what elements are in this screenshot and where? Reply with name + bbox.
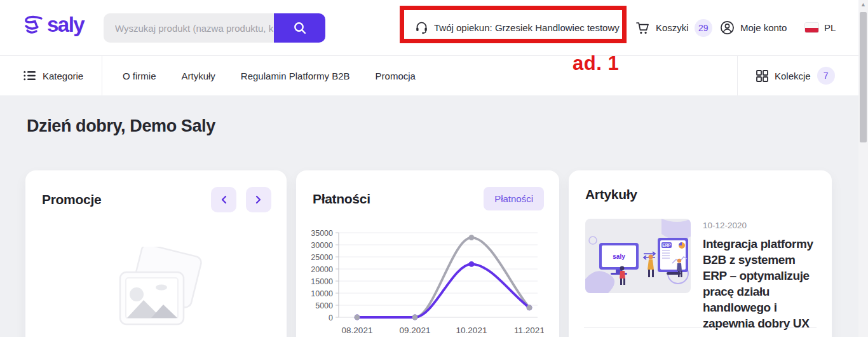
x-tick-label: 08.2021 bbox=[342, 326, 373, 335]
article-thumbnail[interactable]: saly ERP bbox=[585, 219, 691, 293]
y-tick-label: 10000 bbox=[311, 289, 333, 298]
carts-button[interactable]: Koszyki 29 bbox=[635, 0, 712, 55]
collections-label: Kolekcje bbox=[775, 71, 811, 81]
main-navigation: Kategorie O firmie Artykuły Regulamin Pl… bbox=[0, 56, 868, 96]
svg-text:saly: saly bbox=[613, 253, 625, 260]
dashboard-cards: Promocje bbox=[25, 170, 832, 337]
y-tick-label: 35000 bbox=[311, 229, 333, 238]
header: saly Twój opiekun: Grzesiek Handlowiec t… bbox=[0, 0, 868, 56]
categories-label: Kategorie bbox=[43, 71, 83, 81]
x-tick-label: 11.2021 bbox=[514, 326, 544, 335]
nav-divider bbox=[737, 56, 738, 95]
y-tick-label: 15000 bbox=[311, 277, 333, 286]
y-tick-label: 5000 bbox=[315, 301, 333, 310]
collections-count-badge: 7 bbox=[817, 67, 835, 85]
my-account-button[interactable]: Moje konto bbox=[720, 0, 787, 55]
payments-card: Płatności Płatności 05000100001500020000… bbox=[296, 170, 559, 337]
payments-title: Płatności bbox=[313, 191, 370, 207]
language-selector[interactable]: PL bbox=[804, 0, 836, 55]
nav-link-regulamin[interactable]: Regulamin Platformy B2B bbox=[241, 71, 350, 81]
carousel-prev-button[interactable] bbox=[211, 187, 236, 212]
y-tick-label: 0 bbox=[329, 313, 333, 322]
series-gray-point bbox=[527, 305, 532, 310]
x-tick-label: 10.2021 bbox=[456, 326, 487, 335]
article-title[interactable]: Integracja platformy B2B z systemem ERP … bbox=[703, 236, 820, 331]
greeting-heading: Dzień dobry, Demo Saly bbox=[27, 116, 215, 136]
image-placeholder-icon bbox=[97, 247, 215, 337]
search-input[interactable] bbox=[104, 13, 274, 43]
headset-icon bbox=[415, 21, 428, 34]
nav-link-promocja[interactable]: Promocja bbox=[376, 71, 416, 81]
chevron-right-icon bbox=[255, 195, 262, 204]
language-label: PL bbox=[824, 22, 836, 33]
nav-link-o-firmie[interactable]: O firmie bbox=[123, 71, 156, 81]
account-manager-label: Twój opiekun: Grzesiek Handlowiec testow… bbox=[434, 22, 620, 33]
y-tick-label: 20000 bbox=[311, 265, 333, 274]
nav-link-artykuly[interactable]: Artykuły bbox=[182, 71, 215, 81]
logo-text: saly bbox=[47, 13, 84, 37]
articles-card: Artykuły saly bbox=[569, 170, 832, 337]
cart-icon bbox=[635, 21, 650, 35]
carousel-next-button[interactable] bbox=[246, 187, 271, 212]
list-icon bbox=[24, 71, 36, 81]
search-button[interactable] bbox=[274, 13, 325, 43]
series-gray-point bbox=[355, 315, 360, 320]
y-tick-label: 30000 bbox=[311, 241, 333, 250]
saly-logo[interactable]: saly bbox=[22, 13, 84, 37]
carts-count-badge: 29 bbox=[695, 19, 712, 37]
cart-logo-icon bbox=[22, 13, 46, 36]
x-tick-label: 09.2021 bbox=[400, 326, 431, 335]
vertical-scrollbar[interactable]: ▲ bbox=[858, 0, 868, 337]
article-item[interactable]: saly ERP bbox=[585, 219, 820, 331]
account-manager-button[interactable]: Twój opiekun: Grzesiek Handlowiec testow… bbox=[415, 0, 620, 55]
annotation-label: ad. 1 bbox=[573, 52, 619, 75]
scrollbar-up-arrow[interactable]: ▲ bbox=[858, 1, 868, 8]
chevron-left-icon bbox=[220, 195, 227, 204]
series-purple-line bbox=[357, 264, 529, 317]
payments-chart: 0500010000150002000025000300003500008.20… bbox=[311, 226, 544, 337]
articles-title: Artykuły bbox=[585, 187, 637, 202]
categories-menu-button[interactable]: Kategorie bbox=[24, 56, 83, 95]
series-gray-point bbox=[412, 315, 418, 320]
search-icon bbox=[292, 20, 308, 36]
promotions-card: Promocje bbox=[25, 170, 287, 337]
my-account-label: Moje konto bbox=[740, 22, 787, 33]
article-divider bbox=[584, 327, 817, 328]
page-content: Dzień dobry, Demo Saly Promocje bbox=[0, 95, 868, 337]
y-tick-label: 25000 bbox=[311, 253, 333, 262]
article-date: 10-12-2020 bbox=[703, 221, 820, 230]
poland-flag-icon bbox=[804, 22, 819, 33]
search-bar bbox=[104, 13, 325, 43]
grid-icon bbox=[756, 70, 768, 82]
user-circle-icon bbox=[720, 20, 735, 35]
nav-divider bbox=[102, 56, 102, 95]
carts-label: Koszyki bbox=[656, 22, 689, 33]
svg-text:ERP: ERP bbox=[662, 243, 671, 247]
nav-links: O firmie Artykuły Regulamin Platformy B2… bbox=[123, 56, 416, 95]
collections-button[interactable]: Kolekcje 7 bbox=[756, 56, 835, 95]
scrollbar-thumb[interactable] bbox=[860, 12, 867, 142]
series-gray-point bbox=[469, 235, 475, 240]
payments-link-button[interactable]: Płatności bbox=[484, 187, 544, 210]
series-purple-point bbox=[469, 261, 475, 267]
promotions-title: Promocje bbox=[42, 192, 101, 207]
